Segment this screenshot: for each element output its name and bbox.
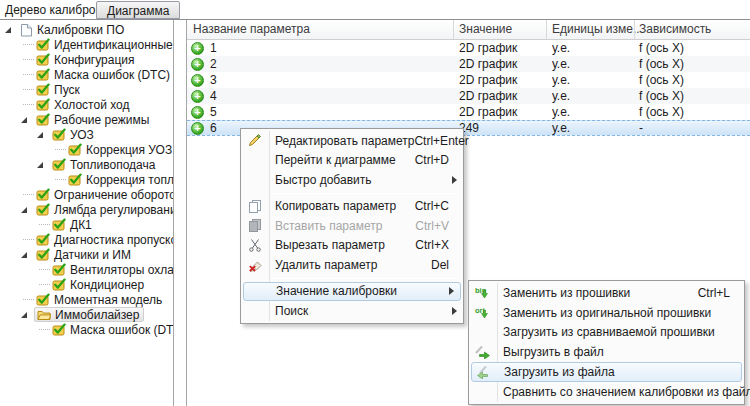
checked-item-icon — [52, 158, 66, 171]
menu-item[interactable]: Вырезать параметрCtrl+X — [241, 236, 463, 256]
tree-item-label: Калибровки ПО — [37, 23, 124, 37]
column-header-dependency[interactable]: Зависимость — [639, 22, 711, 36]
tree-item[interactable]: Иммобилайзер — [0, 307, 173, 322]
tree-item[interactable]: Идентификационные дан — [0, 37, 173, 52]
param-name-cell: +4 — [191, 88, 217, 104]
tree-connector — [55, 149, 66, 150]
tree-item-body[interactable]: ДК1 — [52, 217, 92, 232]
tree-item-body[interactable]: Холостой ход — [36, 97, 129, 112]
menu-item[interactable]: Перейти к диаграммеCtrl+D — [241, 151, 463, 171]
column-divider[interactable] — [453, 20, 454, 39]
tree-item-body[interactable]: Пуск — [36, 82, 80, 97]
tree-item[interactable]: Рабочие режимы — [0, 112, 173, 127]
checked-item-icon — [68, 173, 82, 186]
column-header-value[interactable]: Значение — [459, 22, 512, 36]
tree-item-body[interactable]: Моментная модель — [36, 292, 162, 307]
tree-item[interactable]: Калибровки ПО — [0, 22, 173, 37]
tree-item-label: Иммобилайзер — [55, 308, 139, 322]
tree-item-body[interactable]: Маска ошибок (DTC) — [52, 322, 174, 337]
tree-item[interactable]: Диагностика пропусков в — [0, 232, 173, 247]
tree-item-label: Вентиляторы охлажд — [70, 263, 174, 277]
tree-item-body[interactable]: Топливоподача — [52, 157, 155, 172]
tree-item[interactable]: Ограничение оборотов — [0, 187, 173, 202]
export-to-file-icon — [469, 345, 496, 359]
tree-item-body[interactable]: Лямбда регулирование — [36, 202, 174, 217]
table-row[interactable]: +42D графику.е.f (ось X) — [187, 88, 750, 104]
tree-item[interactable]: Конфигурация — [0, 52, 173, 67]
tree-item[interactable]: Маска ошибок (DTC) — [0, 322, 173, 337]
tree-connector — [23, 239, 34, 240]
tree-item[interactable]: Коррекция УОЗ в — [0, 142, 173, 157]
expand-arrow-icon[interactable] — [5, 27, 11, 33]
tree-item[interactable]: ДК1 — [0, 217, 173, 232]
expand-arrow-icon[interactable] — [21, 117, 27, 123]
column-divider[interactable] — [634, 20, 635, 39]
tree-item-body[interactable]: Калибровки ПО — [20, 22, 124, 37]
menu-item[interactable]: Сравнить со значением калибровки из файл… — [469, 382, 744, 402]
tree-item-body[interactable]: Идентификационные дан — [36, 37, 174, 52]
menu-item[interactable]: Удалить параметрDel — [241, 255, 463, 275]
menu-item[interactable]: Поиск — [241, 301, 463, 321]
menu-item[interactable]: Быстро добавить — [241, 170, 463, 190]
tree-item[interactable]: Датчики и ИМ — [0, 247, 173, 262]
table-row[interactable]: +32D графику.е.f (ось X) — [187, 72, 750, 88]
expand-arrow-icon[interactable] — [21, 312, 27, 318]
tab-diagram[interactable]: Диаграмма — [96, 1, 180, 19]
tree-item-body[interactable]: УОЗ — [52, 127, 94, 142]
tree-item[interactable]: Маска ошибок (DTC) — [0, 67, 173, 82]
tree-item[interactable]: УОЗ — [0, 127, 173, 142]
tree-item-body[interactable]: Диагностика пропусков в — [36, 232, 174, 247]
table-row[interactable]: +12D графику.е.f (ось X) — [187, 40, 750, 56]
column-header-units[interactable]: Единицы изме... — [552, 22, 643, 36]
param-dependency: f (ось X) — [639, 56, 684, 72]
tree-item-label: Рабочие режимы — [54, 113, 149, 127]
table-row[interactable]: +22D графику.е.f (ось X) — [187, 56, 750, 72]
param-name: 2 — [210, 56, 217, 72]
menu-item-label: Заменить из прошивки — [496, 286, 698, 300]
tree-item[interactable]: Вентиляторы охлажд — [0, 262, 173, 277]
tree-item-selected[interactable]: Иммобилайзер — [34, 307, 144, 322]
menu-item-label: Вставить параметр — [268, 219, 415, 233]
tree-item-body[interactable]: Конфигурация — [36, 52, 135, 67]
tree-item-body[interactable]: Коррекция УОЗ в — [68, 142, 174, 157]
tree-item[interactable]: Кондиционер — [0, 277, 173, 292]
tree-item-body[interactable]: Коррекция топлив — [68, 172, 174, 187]
param-units: у.е. — [552, 121, 570, 135]
column-header-name[interactable]: Название параметра — [193, 22, 310, 36]
menu-item[interactable]: oriЗаменить из оригинальной прошивки — [469, 303, 744, 323]
menu-item-shortcut: Ctrl+C — [415, 199, 463, 213]
menu-item[interactable]: Значение калибровки — [243, 282, 461, 302]
tree-item-label: Маска ошибок (DTC) — [70, 323, 174, 337]
tree-item[interactable]: Пуск — [0, 82, 173, 97]
table-row[interactable]: +52D графику.е.f (ось X) — [187, 104, 750, 120]
tree-item[interactable]: Холостой ход — [0, 97, 173, 112]
column-divider[interactable] — [546, 20, 547, 39]
menu-item[interactable]: Загрузить из файла — [471, 362, 742, 382]
add-parameter-icon: + — [191, 122, 204, 135]
tree-item[interactable]: Моментная модель — [0, 292, 173, 307]
menu-item[interactable]: Загрузить из сравниваемой прошивки — [469, 323, 744, 343]
menu-item-shortcut: Ctrl+Enter — [414, 134, 482, 148]
checked-item-icon — [52, 263, 66, 276]
expand-arrow-icon[interactable] — [37, 132, 43, 138]
tree-item-body[interactable]: Вентиляторы охлажд — [52, 262, 174, 277]
menu-item[interactable]: binЗаменить из прошивкиCtrl+L — [469, 283, 744, 303]
tree-item-body[interactable]: Рабочие режимы — [36, 112, 149, 127]
tree-item-body[interactable]: Ограничение оборотов — [36, 187, 174, 202]
tree-item-body[interactable]: Маска ошибок (DTC) — [36, 67, 170, 82]
menu-item[interactable]: Выгрузить в файл — [469, 342, 744, 362]
tree-item-body[interactable]: Датчики и ИМ — [36, 247, 131, 262]
tree-connector — [39, 329, 50, 330]
expand-arrow-icon[interactable] — [21, 207, 27, 213]
tree-item[interactable]: Лямбда регулирование — [0, 202, 173, 217]
param-name-cell: +6 — [191, 121, 217, 135]
checked-item-icon — [36, 203, 50, 216]
menu-item[interactable]: Редактировать параметрCtrl+Enter — [241, 131, 463, 151]
menu-item[interactable]: Копировать параметрCtrl+C — [241, 197, 463, 217]
expand-arrow-icon[interactable] — [37, 162, 43, 168]
tree-item[interactable]: Коррекция топлив — [0, 172, 173, 187]
tree-item[interactable]: Топливоподача — [0, 157, 173, 172]
expand-arrow-icon[interactable] — [21, 252, 27, 258]
tree-item-label: Конфигурация — [54, 53, 135, 67]
tree-item-body[interactable]: Кондиционер — [52, 277, 144, 292]
